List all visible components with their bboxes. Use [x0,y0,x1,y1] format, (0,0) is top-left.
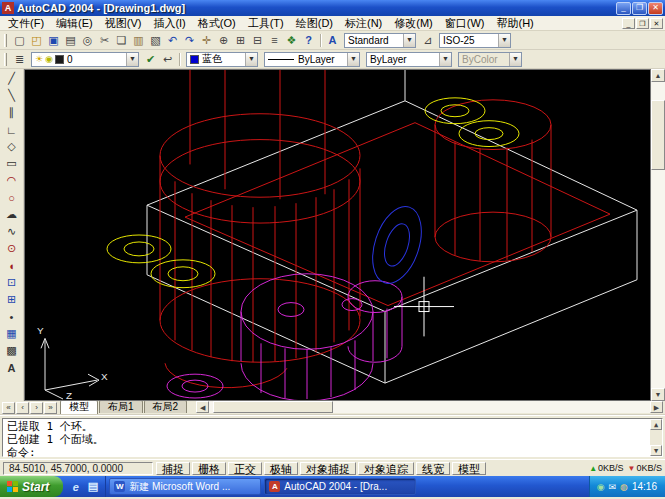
lineweight-combo[interactable]: ByLayer ▼ [366,52,452,67]
close-button[interactable]: ✕ [648,2,663,15]
chevron-down-icon[interactable]: ▼ [498,34,510,47]
text-style-combo[interactable]: Standard ▼ [344,33,416,48]
menu-item[interactable]: 标注(N) [339,16,388,31]
menu-item[interactable]: 格式(O) [192,16,242,31]
construction-line-icon[interactable]: ╲ [3,87,20,104]
command-scrollbar[interactable]: ▲ ▼ [650,419,662,456]
toolbar-grip[interactable] [4,34,7,47]
ellipse-arc-icon[interactable]: ◖ [3,257,20,274]
status-toggle-button[interactable]: 线宽 [416,462,450,475]
polyline-icon[interactable]: ∟ [3,121,20,138]
designcenter-icon[interactable]: ❖ [283,32,300,48]
rectangle-icon[interactable]: ▭ [3,155,20,172]
scroll-down-icon[interactable]: ▼ [650,445,662,456]
status-toggle-button[interactable]: 栅格 [192,462,226,475]
circle-icon[interactable]: ○ [3,189,20,206]
menu-item[interactable]: 帮助(H) [491,16,540,31]
properties-icon[interactable]: ≡ [266,32,283,48]
arc-icon[interactable]: ◠ [3,172,20,189]
undo-icon[interactable]: ↶ [164,32,181,48]
plot-icon[interactable]: ▤ [62,32,79,48]
pan-icon[interactable]: ✛ [198,32,215,48]
layout-tab[interactable]: 布局1 [99,400,143,413]
zoom-realtime-icon[interactable]: ⊕ [215,32,232,48]
scroll-up-icon[interactable]: ▲ [651,69,665,82]
net-status-icon[interactable]: ◉ [597,482,605,492]
plot-preview-icon[interactable]: ◎ [79,32,96,48]
command-window[interactable]: 已提取 1 个环。已创建 1 个面域。 命令: ▲ ▼ [2,418,663,457]
status-toggle-button[interactable]: 对象追踪 [358,462,414,475]
insert-block-icon[interactable]: ⊡ [3,274,20,291]
region-icon[interactable]: ▩ [3,342,20,359]
chevron-down-icon[interactable]: ▼ [439,53,451,66]
menu-item[interactable]: 文件(F) [2,16,50,31]
polygon-icon[interactable]: ◇ [3,138,20,155]
vertical-scrollbar[interactable]: ▲ ▼ [651,69,665,401]
toolbar-grip[interactable] [4,53,7,66]
status-toggle-button[interactable]: 正交 [228,462,262,475]
dim-style-combo[interactable]: ISO-25 ▼ [439,33,511,48]
menu-item[interactable]: 视图(V) [99,16,148,31]
layout-tab[interactable]: 布局2 [144,400,188,413]
chevron-down-icon[interactable]: ▼ [245,53,257,66]
save-icon[interactable]: ▣ [45,32,62,48]
scroll-right-icon[interactable]: ▶ [650,401,663,413]
chevron-down-icon[interactable]: ▼ [126,53,138,66]
point-icon[interactable]: • [3,308,20,325]
message-icon[interactable]: ✉ [609,482,617,492]
redo-icon[interactable]: ↷ [181,32,198,48]
restore-button[interactable]: ❐ [632,2,647,15]
status-toggle-button[interactable]: 对象捕捉 [300,462,356,475]
command-prompt[interactable]: 命令: [7,446,648,459]
open-icon[interactable]: ◰ [28,32,45,48]
mdi-restore-button[interactable]: ❐ [636,18,649,29]
ie-icon[interactable]: e [68,479,83,494]
vertical-scroll-thumb[interactable] [651,100,665,170]
status-toggle-button[interactable]: 捕捉 [156,462,190,475]
task-button[interactable]: AAutoCAD 2004 - [Dra... [264,478,416,495]
horizontal-scroll-thumb[interactable] [213,401,333,413]
cut-icon[interactable]: ✂ [96,32,113,48]
menu-item[interactable]: 修改(M) [388,16,439,31]
linetype-combo[interactable]: ByLayer ▼ [264,52,360,67]
tab-nav-button[interactable]: ‹ [16,402,29,414]
zoom-window-icon[interactable]: ⊞ [232,32,249,48]
tab-nav-button[interactable]: › [30,402,43,414]
menu-item[interactable]: 编辑(E) [50,16,99,31]
show-desktop-icon[interactable]: ▤ [85,479,100,494]
drawing-canvas[interactable]: Y X Z [24,69,651,401]
chevron-down-icon[interactable]: ▼ [403,34,415,47]
minimize-button[interactable]: _ [616,2,631,15]
revcloud-icon[interactable]: ☁ [3,206,20,223]
hatch-icon[interactable]: ▦ [3,325,20,342]
task-button[interactable]: W新建 Microsoft Word ... [109,478,261,495]
chevron-down-icon[interactable]: ▼ [347,53,359,66]
layer-combo[interactable]: ☀ ◉ 0 ▼ [31,52,139,67]
layer-manager-icon[interactable]: ≣ [11,51,28,67]
tab-nav-button[interactable]: « [2,402,15,414]
start-button[interactable]: Start [0,476,63,497]
multiline-icon[interactable]: ∥ [3,104,20,121]
tab-nav-button[interactable]: » [44,402,57,414]
mdi-minimize-button[interactable]: _ [622,18,635,29]
menu-item[interactable]: 工具(T) [242,16,290,31]
color-combo[interactable]: 蓝色 ▼ [186,52,258,67]
layout-tab[interactable]: 模型 [60,400,98,414]
zoom-previous-icon[interactable]: ⊟ [249,32,266,48]
menu-item[interactable]: 绘图(D) [290,16,339,31]
match-properties-icon[interactable]: ▧ [147,32,164,48]
ellipse-icon[interactable]: ⊙ [3,240,20,257]
mtext-icon[interactable]: A [3,359,20,376]
new-icon[interactable]: ▢ [11,32,28,48]
menu-item[interactable]: 插入(I) [147,16,191,31]
menu-item[interactable]: 窗口(W) [439,16,491,31]
copy-icon[interactable]: ❏ [113,32,130,48]
make-layer-current-icon[interactable]: ✔ [142,51,159,67]
volume-icon[interactable]: ◍ [620,482,628,492]
scroll-left-icon[interactable]: ◀ [196,401,209,413]
help-icon[interactable]: ? [300,32,317,48]
paste-icon[interactable]: ▥ [130,32,147,48]
horizontal-scrollbar[interactable]: ◀ ▶ [196,401,663,413]
status-toggle-button[interactable]: 模型 [452,462,486,475]
status-toggle-button[interactable]: 极轴 [264,462,298,475]
